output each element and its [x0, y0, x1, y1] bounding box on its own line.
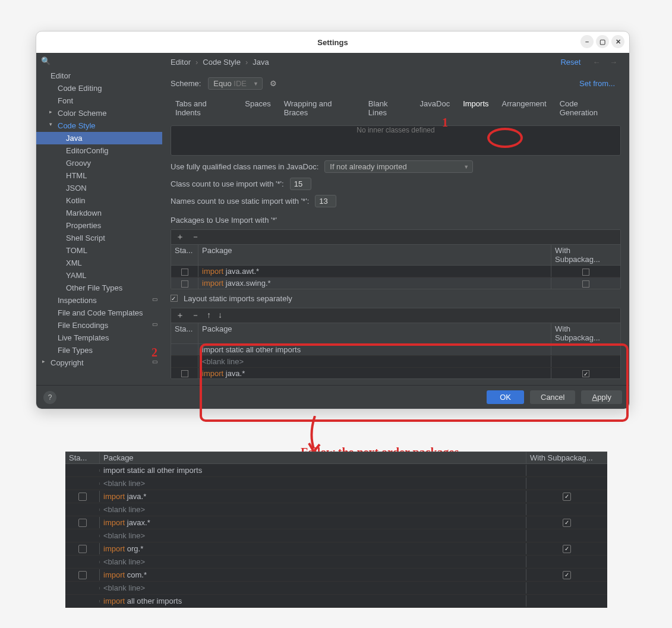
tab-blank-lines[interactable]: Blank Lines: [368, 99, 407, 121]
annotation-1: 1: [442, 116, 448, 130]
sidebar-item[interactable]: Java: [36, 132, 162, 144]
table-row[interactable]: import static all other imports: [171, 344, 620, 356]
tab-bar: Tabs and IndentsSpacesWrapping and Brace…: [162, 96, 629, 125]
pkg-table: ＋ － Sta... Package With Subpackag... imp…: [171, 229, 621, 289]
remove-icon[interactable]: －: [191, 310, 200, 321]
fqcn-label: Use fully qualified class names in JavaD…: [171, 162, 318, 171]
table-row[interactable]: import javax.swing.*: [171, 277, 620, 289]
minimize-button[interactable]: –: [580, 35, 594, 48]
reset-link[interactable]: Reset: [560, 58, 580, 67]
fqcn-select[interactable]: If not already imported▼: [324, 160, 473, 173]
sidebar-item[interactable]: Markdown: [36, 207, 162, 219]
class-count-label: Class count to use import with '*':: [171, 179, 284, 188]
sidebar-item[interactable]: EditorConfig: [36, 144, 162, 157]
tab-arrangement[interactable]: Arrangement: [502, 99, 547, 121]
tab-tabs-and-indents[interactable]: Tabs and Indents: [175, 99, 232, 121]
table-row[interactable]: <blank line>: [65, 582, 607, 595]
sidebar-item[interactable]: File Encodings▭: [36, 319, 162, 332]
layout-static-label: Layout static imports separately: [184, 294, 292, 303]
table-row[interactable]: <blank line>: [65, 503, 607, 516]
up-icon[interactable]: ↑: [207, 310, 211, 321]
close-button[interactable]: ✕: [611, 35, 624, 48]
window-title: Settings: [317, 38, 348, 47]
settings-dialog: Settings – ▢ ✕ 🔍 EditorCode EditingFont▸…: [36, 31, 630, 409]
table-row[interactable]: import javax.*: [65, 516, 607, 529]
sidebar-item[interactable]: File Types: [36, 344, 162, 356]
sidebar-item[interactable]: Code Editing: [36, 82, 162, 94]
tab-code-generation[interactable]: Code Generation: [560, 99, 616, 121]
detail-table: Sta... Package With Subpackag... import …: [65, 452, 607, 608]
sidebar-item[interactable]: Shell Script: [36, 232, 162, 244]
sidebar-item[interactable]: Other File Types: [36, 282, 162, 294]
cancel-button[interactable]: Cancel: [530, 390, 575, 404]
table-row[interactable]: import java.*: [171, 368, 620, 379]
table-row[interactable]: <blank line>: [171, 356, 620, 368]
sidebar-item[interactable]: XML: [36, 257, 162, 269]
crumb-editor[interactable]: Editor: [171, 58, 191, 67]
search-input[interactable]: 🔍: [36, 53, 162, 68]
sidebar-item[interactable]: Live Templates: [36, 332, 162, 344]
sidebar-item[interactable]: JSON: [36, 182, 162, 194]
maximize-button[interactable]: ▢: [596, 35, 609, 48]
sidebar-item[interactable]: Font: [36, 94, 162, 107]
sidebar-item[interactable]: ▸Color Scheme: [36, 107, 162, 119]
set-from-link[interactable]: Set from...: [579, 79, 615, 88]
tab-wrapping-and-braces[interactable]: Wrapping and Braces: [284, 99, 355, 121]
crumb-codestyle[interactable]: Code Style: [203, 58, 241, 67]
settings-sidebar: 🔍 EditorCode EditingFont▸Color Scheme▾Co…: [36, 53, 162, 385]
sidebar-item[interactable]: YAML: [36, 269, 162, 282]
ok-button[interactable]: OK: [487, 390, 524, 404]
annotation-2: 2: [152, 346, 157, 359]
breadcrumb: Editor › Code Style › Java Reset ← →: [162, 53, 629, 71]
table-row[interactable]: <blank line>: [65, 556, 607, 569]
table-row[interactable]: import com.*: [65, 569, 607, 582]
main-panel: Editor › Code Style › Java Reset ← → Sch…: [162, 53, 629, 385]
layout-static-checkbox[interactable]: [171, 295, 178, 302]
table-row[interactable]: <blank line>: [65, 529, 607, 542]
remove-icon[interactable]: －: [191, 232, 200, 242]
scheme-label: Scheme:: [171, 79, 201, 88]
table-row[interactable]: <blank line>: [65, 477, 607, 490]
sidebar-item[interactable]: File and Code Templates: [36, 307, 162, 319]
layout-table: ＋ － ↑ ↓ Sta... Package With Subpackag...…: [171, 308, 621, 379]
sidebar-item[interactable]: ▾Code Style: [36, 119, 162, 132]
table-row[interactable]: import static all other imports: [65, 464, 607, 477]
down-icon[interactable]: ↓: [218, 310, 222, 321]
crumb-java[interactable]: Java: [253, 58, 269, 67]
sidebar-item[interactable]: Properties: [36, 219, 162, 232]
sidebar-item[interactable]: TOML: [36, 244, 162, 257]
pkg-table-title: Packages to Use Import with '*': [171, 216, 621, 225]
class-count-input[interactable]: 15: [290, 178, 311, 190]
sidebar-item[interactable]: HTML: [36, 169, 162, 182]
sidebar-item[interactable]: Inspections▭: [36, 294, 162, 307]
sidebar-item[interactable]: Editor: [36, 70, 162, 82]
sidebar-item[interactable]: ▸Copyright▭: [36, 356, 162, 369]
add-icon[interactable]: ＋: [176, 310, 184, 321]
apply-button[interactable]: Apply: [581, 390, 622, 404]
tab-spaces[interactable]: Spaces: [245, 99, 270, 121]
table-row[interactable]: import java.*: [65, 490, 607, 503]
add-icon[interactable]: ＋: [176, 232, 184, 242]
nav-arrows[interactable]: ← →: [592, 58, 621, 67]
inner-classes-box: No inner classes defined: [171, 125, 621, 156]
sidebar-item[interactable]: Groovy: [36, 157, 162, 169]
scheme-select[interactable]: Equo IDE ▼: [208, 77, 263, 90]
help-button[interactable]: ?: [43, 391, 56, 404]
names-count-input[interactable]: 13: [315, 195, 336, 207]
table-row[interactable]: import java.awt.*: [171, 266, 620, 277]
names-count-label: Names count to use static import with '*…: [171, 197, 309, 206]
table-row[interactable]: import org.*: [65, 542, 607, 556]
titlebar: Settings – ▢ ✕: [36, 31, 629, 53]
gear-icon[interactable]: ⚙: [270, 79, 277, 88]
table-row[interactable]: import all other imports: [65, 595, 607, 608]
tab-imports[interactable]: Imports: [463, 99, 488, 121]
sidebar-item[interactable]: Kotlin: [36, 194, 162, 207]
search-icon: 🔍: [41, 56, 51, 65]
